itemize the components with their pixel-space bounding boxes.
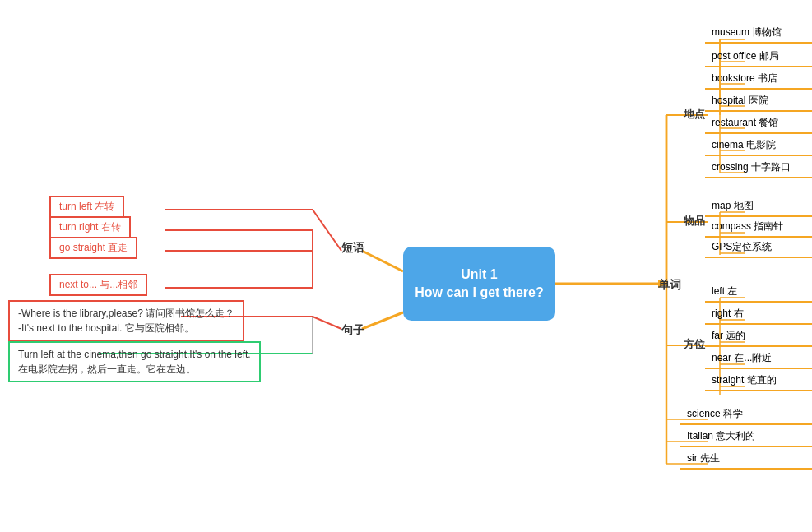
branch-label-phrase: 短语 — [341, 241, 364, 256]
branch-label-words: 单词 — [658, 278, 681, 293]
phrase-next-to: next to... 与...相邻 — [49, 274, 147, 296]
place-postoffice: post office 邮局 — [705, 47, 812, 67]
svg-line-31 — [313, 210, 341, 251]
branch-label-sentence: 句子 — [341, 323, 364, 338]
svg-line-30 — [362, 251, 403, 271]
svg-line-38 — [313, 317, 341, 329]
section-items: 物品 — [684, 214, 705, 229]
svg-line-37 — [362, 312, 403, 329]
section-places: 地点 — [684, 107, 705, 122]
central-line1: Unit 1 — [461, 267, 497, 281]
item-compass: compass 指南针 — [705, 217, 812, 238]
central-node: Unit 1 How can I get there? — [403, 247, 555, 321]
place-hospital: hospital 医院 — [705, 91, 812, 112]
place-museum: museum 博物馆 — [705, 23, 812, 44]
phrase-turn-right: turn right 右转 — [49, 216, 131, 238]
extra-italian: Italian 意大利的 — [680, 427, 812, 447]
sentence-2: Turn left at the cinema,then go straight… — [8, 341, 261, 382]
dir-near: near 在...附近 — [705, 349, 812, 369]
dir-right: right 右 — [705, 304, 812, 325]
phrase-go-straight: go straight 直走 — [49, 237, 137, 259]
place-restaurant: restaurant 餐馆 — [705, 113, 812, 134]
dir-far: far 远的 — [705, 326, 812, 347]
place-crossing: crossing 十字路口 — [705, 158, 812, 178]
place-cinema: cinema 电影院 — [705, 136, 812, 156]
item-gps: GPS定位系统 — [705, 238, 812, 258]
section-directions: 方位 — [684, 337, 705, 352]
dir-left: left 左 — [705, 282, 812, 303]
place-bookstore: bookstore 书店 — [705, 69, 812, 90]
dir-straight: straight 笔直的 — [705, 371, 812, 391]
extra-science: science 科学 — [680, 405, 812, 425]
central-line2: How can I get there? — [415, 285, 543, 299]
extra-sir: sir 先生 — [680, 449, 812, 470]
sentence-1: -Where is the library,please? 请问图书馆怎么走？ … — [8, 300, 244, 341]
item-map: map 地图 — [705, 197, 812, 217]
phrase-turn-left: turn left 左转 — [49, 196, 124, 218]
